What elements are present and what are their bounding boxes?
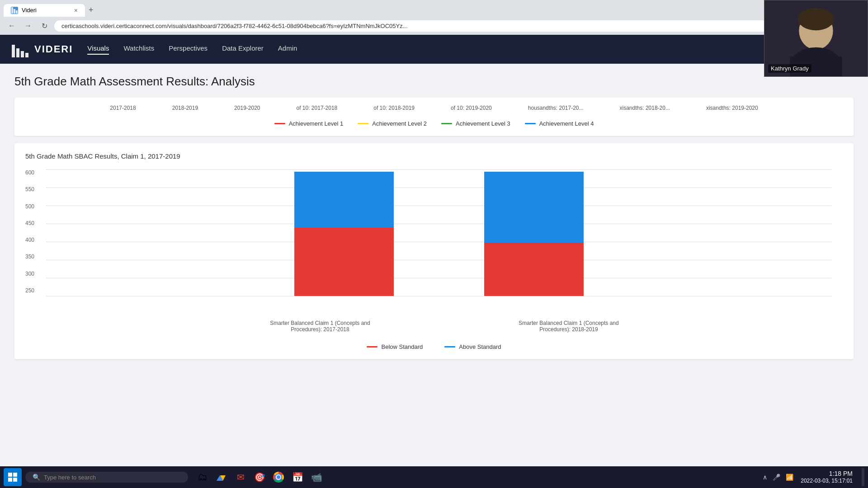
chevron-up-icon[interactable]: ∧ <box>763 474 767 481</box>
page-title: 5th Grade Math Assessment Results: Analy… <box>14 75 854 89</box>
bar-stack-1 <box>294 172 394 296</box>
y-label-350: 350 <box>25 253 34 260</box>
legend-dot-below <box>367 346 377 347</box>
wifi-icon: 📶 <box>786 474 793 481</box>
taskbar-apps: 🗂 ✉ 🎯 📅 📹 <box>193 468 326 486</box>
legend-dot-3 <box>441 123 452 124</box>
forward-button[interactable]: → <box>22 19 34 32</box>
legend-level-1: Achievement Level 1 <box>274 120 344 127</box>
main-content: 5th Grade Math Assessment Results: Analy… <box>0 64 868 486</box>
taskbar-app-chrome[interactable] <box>269 468 288 486</box>
top-chart-card: 2017-2018 2018-2019 2019-2020 of 10: 201… <box>14 98 854 136</box>
taskbar-app-calendar[interactable]: 📅 <box>288 468 307 486</box>
year-5: of 10: 2018-2019 <box>373 105 415 111</box>
year-9: xisandths: 2019-2020 <box>706 105 758 111</box>
legend-label-above: Above Standard <box>459 343 501 350</box>
y-label-250: 250 <box>25 287 34 294</box>
svg-rect-9 <box>798 16 834 25</box>
legend-level-3: Achievement Level 3 <box>441 120 510 127</box>
year-6: of 10: 2019-2020 <box>451 105 492 111</box>
browser-tab[interactable]: Videri × <box>4 4 85 17</box>
legend-above-standard: Above Standard <box>444 343 501 350</box>
bar-group-1 <box>294 172 394 296</box>
webcam-overlay: Kathryn Grady <box>764 0 868 77</box>
bar-label-2: Smarter Balanced Claim 1 (Concepts and P… <box>510 320 627 333</box>
nav-perspectives[interactable]: Perspectives <box>169 44 208 55</box>
svg-rect-16 <box>8 478 12 482</box>
legend-dot-2 <box>358 123 368 124</box>
app-logo: VIDERI <box>11 40 73 58</box>
legend-label-1: Achievement Level 1 <box>289 120 344 127</box>
taskbar-app-zoom[interactable]: 📹 <box>307 468 326 486</box>
logo-text: VIDERI <box>34 43 73 55</box>
svg-rect-15 <box>13 473 17 477</box>
chart-legend: Below Standard Above Standard <box>25 340 843 350</box>
years-header: 2017-2018 2018-2019 2019-2020 of 10: 201… <box>25 105 843 111</box>
y-label-300: 300 <box>25 271 34 277</box>
logo-icon <box>11 40 29 58</box>
clock-time: 1:18 PM <box>801 469 853 478</box>
url-bar[interactable]: certicaschools.videri.certicaconnect.com… <box>54 20 814 32</box>
year-1: 2017-2018 <box>110 105 136 111</box>
new-tab-button[interactable]: + <box>85 4 97 17</box>
y-label-450: 450 <box>25 220 34 226</box>
nav-visuals[interactable]: Visuals <box>87 44 109 55</box>
bar-label-1: Smarter Balanced Claim 1 (Concepts and P… <box>261 320 379 333</box>
nav-watchlists[interactable]: Watchlists <box>123 44 154 55</box>
back-button[interactable]: ← <box>5 19 18 32</box>
taskbar-app-slack[interactable]: 🎯 <box>250 468 269 486</box>
mic-icon: 🎤 <box>773 474 780 481</box>
bar-segment-below-2 <box>484 243 584 296</box>
svg-rect-11 <box>16 48 19 57</box>
legend-dot-1 <box>274 123 285 124</box>
tab-label: Videri <box>22 7 37 14</box>
svg-point-24 <box>277 475 280 479</box>
svg-rect-13 <box>25 53 28 57</box>
svg-rect-10 <box>12 45 15 57</box>
taskbar: 🔍 Type here to search 🗂 ✉ 🎯 <box>0 466 868 488</box>
y-label-400: 400 <box>25 237 34 243</box>
legend-label-3: Achievement Level 3 <box>456 120 510 127</box>
bar-group-2 <box>484 172 584 296</box>
svg-rect-14 <box>8 473 12 477</box>
legend-label-4: Achievement Level 4 <box>539 120 594 127</box>
chart-title: 5th Grade Math SBAC Results, Claim 1, 20… <box>25 152 843 160</box>
legend-label-2: Achievement Level 2 <box>372 120 427 127</box>
tab-bar: Videri × + <box>0 0 868 17</box>
y-axis: 600 550 500 450 400 350 300 250 <box>25 167 38 294</box>
refresh-button[interactable]: ↻ <box>38 19 51 32</box>
legend-dot-above <box>444 346 455 347</box>
taskbar-search-bar[interactable]: 🔍 Type here to search <box>25 472 188 483</box>
main-chart-card: 5th Grade Math SBAC Results, Claim 1, 20… <box>14 143 854 359</box>
taskbar-search-icon: 🔍 <box>33 474 40 481</box>
taskbar-search-text: Type here to search <box>44 474 96 481</box>
svg-rect-0 <box>11 7 13 14</box>
clock-date: 2022-03-03, 15:17:01 <box>801 478 853 485</box>
year-7: housandths: 2017-20... <box>528 105 584 111</box>
svg-rect-2 <box>16 10 18 14</box>
nav-admin[interactable]: Admin <box>278 44 297 55</box>
url-text: certicaschools.videri.certicaconnect.com… <box>61 23 408 29</box>
bar-labels: Smarter Balanced Claim 1 (Concepts and P… <box>25 315 843 333</box>
bar-segment-above-2 <box>484 172 584 243</box>
address-bar: ← → ↻ certicaschools.videri.certicaconne… <box>0 17 868 35</box>
legend-below-standard: Below Standard <box>367 343 423 350</box>
start-button[interactable] <box>4 468 22 486</box>
year-3: 2019-2020 <box>234 105 260 111</box>
bar-stack-2 <box>484 172 584 296</box>
app-header: VIDERI Visuals Watchlists Perspectives D… <box>0 35 868 64</box>
year-2: 2018-2019 <box>172 105 198 111</box>
taskbar-app-file-explorer[interactable]: 🗂 <box>193 468 212 486</box>
taskbar-app-gmail[interactable]: ✉ <box>231 468 250 486</box>
y-label-550: 550 <box>25 186 34 192</box>
svg-rect-17 <box>13 478 17 482</box>
grid-line-250 <box>46 296 832 296</box>
bar-segment-above-1 <box>294 172 394 228</box>
tab-close-button[interactable]: × <box>74 7 78 14</box>
svg-rect-1 <box>14 9 15 14</box>
nav-data-explorer[interactable]: Data Explorer <box>222 44 264 55</box>
taskbar-app-google-drive[interactable] <box>212 468 231 486</box>
show-desktop-button[interactable] <box>862 468 864 486</box>
y-label-600: 600 <box>25 169 34 176</box>
taskbar-clock[interactable]: 1:18 PM 2022-03-03, 15:17:01 <box>801 469 853 485</box>
